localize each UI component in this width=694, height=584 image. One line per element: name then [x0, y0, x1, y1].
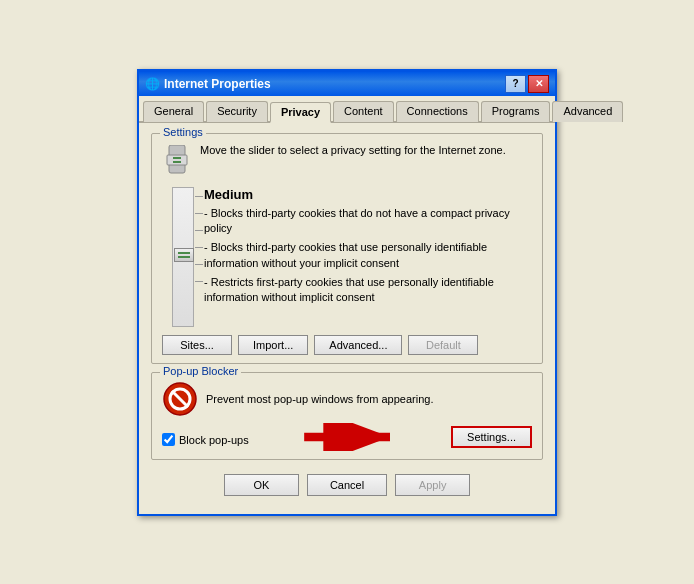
popup-blocker-section: Pop-up Blocker Prevent most pop-up windo…	[151, 372, 543, 460]
tab-content[interactable]: Content	[333, 101, 394, 122]
red-arrow-container	[257, 423, 443, 451]
privacy-bullet1: - Blocks third-party cookies that do not…	[204, 206, 532, 237]
slider-icon	[162, 144, 192, 179]
privacy-bullet3: - Restricts first-party cookies that use…	[204, 275, 532, 306]
popup-settings-button[interactable]: Settings...	[451, 426, 532, 448]
svg-rect-2	[173, 157, 181, 159]
cancel-button[interactable]: Cancel	[307, 474, 387, 496]
popup-description: Prevent most pop-up windows from appeari…	[206, 393, 433, 405]
slider-area: Medium - Blocks third-party cookies that…	[162, 187, 532, 327]
settings-description-row: Move the slider to select a privacy sett…	[162, 144, 532, 179]
settings-section: Settings Move the slider to select a pri…	[151, 133, 543, 364]
tab-security[interactable]: Security	[206, 101, 268, 122]
slider-container	[172, 187, 194, 327]
tab-content-area: Settings Move the slider to select a pri…	[139, 123, 555, 514]
title-bar: 🌐 Internet Properties ? ✕	[139, 72, 555, 96]
settings-buttons-row: Sites... Import... Advanced... Default	[162, 335, 532, 355]
title-bar-left: 🌐 Internet Properties	[145, 77, 271, 91]
apply-button[interactable]: Apply	[395, 474, 470, 496]
title-bar-buttons: ? ✕	[505, 75, 549, 93]
tab-advanced[interactable]: Advanced	[552, 101, 623, 122]
settings-section-label: Settings	[160, 126, 206, 138]
ok-button[interactable]: OK	[224, 474, 299, 496]
slider-thumb[interactable]	[174, 248, 194, 262]
tab-connections[interactable]: Connections	[396, 101, 479, 122]
internet-properties-window: 🌐 Internet Properties ? ✕ General Securi…	[137, 69, 557, 516]
privacy-text-area: Medium - Blocks third-party cookies that…	[204, 187, 532, 306]
sites-button[interactable]: Sites...	[162, 335, 232, 355]
tab-general[interactable]: General	[143, 101, 204, 122]
settings-description: Move the slider to select a privacy sett…	[200, 144, 506, 156]
bottom-buttons-row: OK Cancel Apply	[151, 468, 543, 506]
default-button[interactable]: Default	[408, 335, 478, 355]
import-button[interactable]: Import...	[238, 335, 308, 355]
privacy-bullet2: - Blocks third-party cookies that use pe…	[204, 240, 532, 271]
popup-icon-row: Prevent most pop-up windows from appeari…	[162, 381, 532, 417]
tab-bar: General Security Privacy Content Connect…	[139, 96, 555, 123]
privacy-level: Medium	[204, 187, 532, 202]
svg-rect-1	[167, 155, 187, 165]
slider-track[interactable]	[172, 187, 194, 327]
window-title: Internet Properties	[164, 77, 271, 91]
popup-blocker-icon	[162, 381, 198, 417]
tab-programs[interactable]: Programs	[481, 101, 551, 122]
advanced-button[interactable]: Advanced...	[314, 335, 402, 355]
tab-privacy[interactable]: Privacy	[270, 102, 331, 123]
popup-controls-row: Block pop-ups Settings...	[162, 423, 532, 451]
close-button[interactable]: ✕	[528, 75, 549, 93]
help-button[interactable]: ?	[505, 75, 526, 93]
svg-rect-3	[173, 161, 181, 163]
red-arrow-annotation	[300, 423, 400, 451]
block-popups-checkbox[interactable]	[162, 433, 175, 446]
window-icon: 🌐	[145, 77, 160, 91]
block-popups-label[interactable]: Block pop-ups	[179, 434, 249, 446]
popup-section-label: Pop-up Blocker	[160, 365, 241, 377]
block-popups-checkbox-row: Block pop-ups	[162, 433, 249, 446]
